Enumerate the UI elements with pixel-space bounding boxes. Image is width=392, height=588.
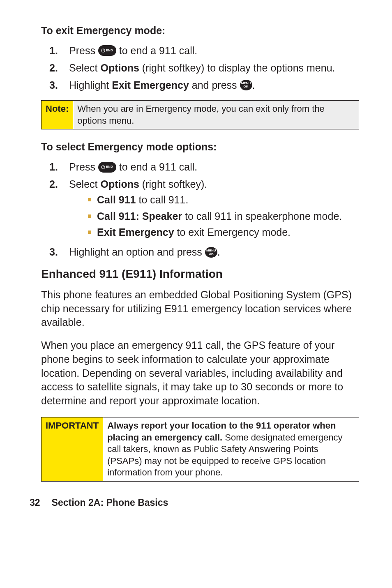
- list-item: Call 911: Speaker to call 911 in speaker…: [69, 210, 359, 224]
- list-item: Call 911 to call 911.: [69, 193, 359, 207]
- step-1: 1. Press END to end a 911 call.: [41, 44, 359, 58]
- bullet-icon: [88, 198, 91, 201]
- options-sublist: Call 911 to call 911. Call 911: Speaker …: [69, 193, 359, 240]
- call-911-speaker-label: Call 911: Speaker: [97, 210, 182, 222]
- paragraph-gps-chip: This phone features an embedded Global P…: [41, 288, 359, 330]
- step-number: 2.: [41, 61, 69, 75]
- step-1: 1. Press END to end a 911 call.: [41, 160, 359, 174]
- step-2: 2. Select Options (right softkey) to dis…: [41, 61, 359, 75]
- step-body: Highlight Exit Emergency and press MENUO…: [69, 78, 359, 92]
- note-label: Note:: [42, 101, 73, 129]
- menu-ok-key-icon: MENUOK: [205, 247, 217, 258]
- note-body: When you are in Emergency mode, you can …: [73, 101, 359, 129]
- important-body: Always report your location to the 911 o…: [103, 417, 359, 481]
- steps-select-options: 1. Press END to end a 911 call. 2. Selec…: [41, 160, 359, 259]
- section-label: Section 2A: Phone Basics: [52, 497, 168, 508]
- steps-exit-emergency: 1. Press END to end a 911 call. 2. Selec…: [41, 44, 359, 92]
- page-number: 32: [30, 497, 40, 508]
- step-body: Press END to end a 911 call.: [69, 160, 359, 174]
- step-3: 3. Highlight Exit Emergency and press ME…: [41, 78, 359, 92]
- end-key-icon: END: [98, 162, 116, 173]
- step-body: Select Options (right softkey). Call 911…: [69, 178, 359, 242]
- heading-exit-emergency: To exit Emergency mode:: [41, 25, 359, 37]
- bullet-icon: [88, 231, 91, 234]
- step-body: Highlight an option and press MENUOK.: [69, 245, 359, 259]
- menu-ok-key-icon: MENUOK: [240, 80, 252, 90]
- page-footer: 32Section 2A: Phone Basics: [30, 497, 359, 508]
- step-number: 2.: [41, 178, 69, 191]
- heading-select-emergency-options: To select Emergency mode options:: [41, 141, 359, 153]
- step-body: Select Options (right softkey) to displa…: [69, 61, 359, 75]
- step-2: 2. Select Options (right softkey). Call …: [41, 178, 359, 242]
- call-911-label: Call 911: [97, 194, 136, 205]
- step-number: 1.: [41, 160, 69, 174]
- list-item: Exit Emergency to exit Emergency mode.: [69, 226, 359, 240]
- step-number: 3.: [41, 78, 69, 92]
- step-3: 3. Highlight an option and press MENUOK.: [41, 245, 359, 259]
- step-body: Press END to end a 911 call.: [69, 44, 359, 58]
- step-number: 1.: [41, 44, 69, 58]
- options-label: Options: [100, 178, 139, 190]
- options-label: Options: [100, 62, 139, 74]
- important-box: IMPORTANT Always report your location to…: [41, 417, 359, 482]
- step-number: 3.: [41, 245, 69, 259]
- section-heading-e911: Enhanced 911 (E911) Information: [41, 267, 359, 281]
- bullet-icon: [88, 214, 91, 218]
- important-label: IMPORTANT: [42, 417, 103, 481]
- paragraph-gps-timing: When you place an emergency 911 call, th…: [41, 339, 359, 408]
- exit-emergency-label: Exit Emergency: [97, 226, 174, 238]
- note-box: Note: When you are in Emergency mode, yo…: [41, 100, 359, 129]
- exit-emergency-label: Exit Emergency: [112, 79, 189, 91]
- end-key-icon: END: [98, 45, 116, 56]
- page: To exit Emergency mode: 1. Press END to …: [0, 0, 392, 525]
